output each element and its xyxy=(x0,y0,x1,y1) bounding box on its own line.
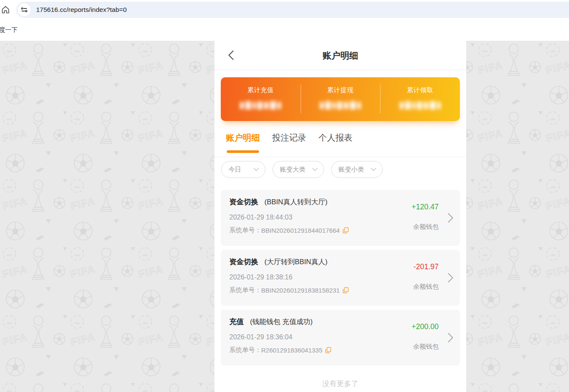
transaction-amount-block: +120.47 余额钱包 xyxy=(411,203,439,231)
transaction-amount: +120.47 xyxy=(411,203,439,212)
chevron-right-icon xyxy=(447,212,454,224)
page-background: FIFA xyxy=(0,41,569,392)
transaction-amount-block: -201.97 余额钱包 xyxy=(413,262,439,291)
url-text: 175616.cc/reports/index?tab=0 xyxy=(36,6,127,14)
summary-total-withdraw: 累计提现 xyxy=(301,77,380,121)
filter-major-category-select[interactable]: 账变大类 xyxy=(273,161,324,178)
order-number: BBIN202601291844017664 xyxy=(261,227,340,234)
filter-label: 今日 xyxy=(228,166,241,174)
transaction-wallet: 余额钱包 xyxy=(413,283,439,291)
order-number: BBIN202601291838158231 xyxy=(261,287,340,294)
chevron-right-icon xyxy=(447,272,454,284)
tab-account-detail[interactable]: 账户明细 xyxy=(226,132,260,157)
bookmarks-bar: 度一下 xyxy=(0,19,569,41)
active-tab-underline xyxy=(227,150,259,153)
masked-value xyxy=(221,101,301,110)
copy-icon[interactable] xyxy=(343,287,349,293)
order-label: 系统单号： xyxy=(229,346,261,354)
transaction-type: 资金切换 xyxy=(229,198,258,206)
page-title: 账户明细 xyxy=(214,50,466,62)
masked-value xyxy=(301,101,380,110)
summary-total-claim: 累计领取 xyxy=(380,77,460,121)
account-panel: 账户明细 累计充值 累计提现 累计领取 xyxy=(214,41,466,392)
chevron-down-icon xyxy=(312,168,318,171)
summary-label: 累计提现 xyxy=(301,86,380,94)
summary-card: 累计充值 累计提现 累计领取 xyxy=(221,77,460,121)
transaction-amount: -201.97 xyxy=(413,262,439,271)
browser-toolbar: 175616.cc/reports/index?tab=0 xyxy=(0,0,569,19)
summary-label: 累计充值 xyxy=(221,86,301,94)
chevron-right-icon xyxy=(447,332,454,344)
order-number: R2601291836041335 xyxy=(261,347,322,354)
tab-personal-report[interactable]: 个人报表 xyxy=(318,132,352,157)
filter-minor-category-select[interactable]: 账变小类 xyxy=(331,161,383,178)
tab-bet-records[interactable]: 投注记录 xyxy=(272,132,306,157)
no-more-text: 没有更多了 xyxy=(221,369,460,392)
transaction-card[interactable]: 充值 (钱能钱包 充值成功) 2026-01-29 18:36:04 系统单号：… xyxy=(221,310,460,366)
tab-label: 投注记录 xyxy=(272,133,306,142)
tab-bar: 账户明细 投注记录 个人报表 xyxy=(214,121,466,157)
transaction-amount-block: +200.00 余额钱包 xyxy=(411,322,439,351)
filter-date-select[interactable]: 今日 xyxy=(221,161,265,178)
transaction-wallet: 余额钱包 xyxy=(411,223,439,231)
transaction-detail: (BBIN真人转到大厅) xyxy=(265,198,328,206)
panel-header: 账户明细 xyxy=(214,41,466,70)
bookmark-item[interactable]: 度一下 xyxy=(0,26,18,34)
order-label: 系统单号： xyxy=(229,286,261,294)
transaction-detail: (大厅转到BBIN真人) xyxy=(265,258,328,265)
tab-label: 个人报表 xyxy=(318,133,352,142)
copy-icon[interactable] xyxy=(325,347,331,353)
filter-label: 账变大类 xyxy=(280,166,305,174)
filter-label: 账变小类 xyxy=(338,166,364,174)
transaction-card[interactable]: 资金切换 (大厅转到BBIN真人) 2026-01-29 18:38:16 系统… xyxy=(221,250,460,306)
transaction-amount: +200.00 xyxy=(411,322,439,331)
transaction-card[interactable]: 资金切换 (BBIN真人转到大厅) 2026-01-29 18:44:03 系统… xyxy=(221,190,460,246)
chevron-down-icon xyxy=(254,168,259,171)
tab-label: 账户明细 xyxy=(226,133,260,142)
transaction-wallet: 余额钱包 xyxy=(411,343,439,351)
transaction-detail: (钱能钱包 充值成功) xyxy=(250,318,313,325)
summary-total-deposit: 累计充值 xyxy=(221,77,301,121)
home-icon[interactable] xyxy=(1,5,10,14)
copy-icon[interactable] xyxy=(343,227,349,234)
site-permissions-icon[interactable] xyxy=(18,3,31,16)
address-bar[interactable]: 175616.cc/reports/index?tab=0 xyxy=(16,2,569,18)
transaction-type: 资金切换 xyxy=(229,258,258,266)
chevron-down-icon xyxy=(371,168,376,171)
masked-value xyxy=(380,101,460,110)
filter-bar: 今日 账变大类 账变小类 xyxy=(214,157,466,182)
transaction-list: 资金切换 (BBIN真人转到大厅) 2026-01-29 18:44:03 系统… xyxy=(214,182,466,392)
screenshot-root: 175616.cc/reports/index?tab=0 度一下 xyxy=(0,0,569,392)
order-label: 系统单号： xyxy=(229,226,261,234)
summary-label: 累计领取 xyxy=(380,86,460,94)
transaction-type: 充值 xyxy=(229,318,244,326)
